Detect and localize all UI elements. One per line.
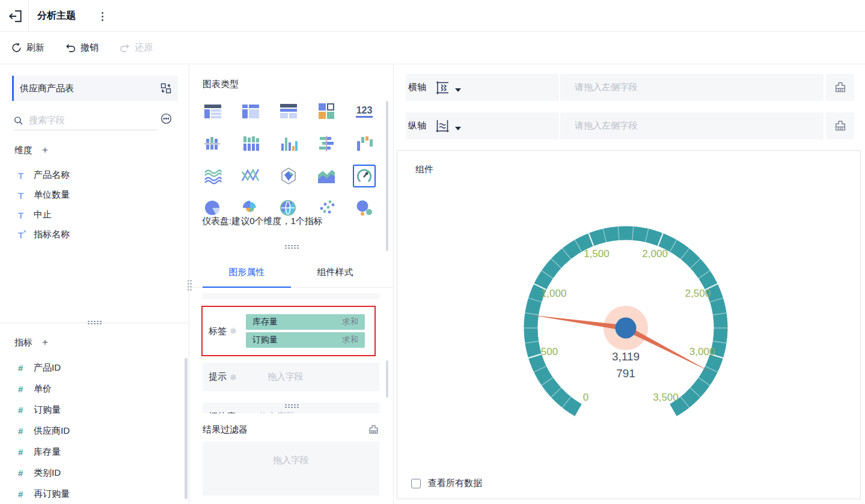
svg-text:3,119: 3,119 [612,350,640,363]
y-axis-clear-seg[interactable] [826,112,854,139]
chart-type-block-card-icon[interactable] [315,100,338,123]
back-exit-icon[interactable] [8,8,23,24]
svg-text:3,500: 3,500 [653,392,679,403]
y-axis-drop-field[interactable]: 请拖入左侧字段 [560,112,824,139]
switch-table-icon[interactable] [160,82,172,94]
y-axis-dropdown-caret[interactable] [455,127,461,130]
properties-scrollbar[interactable] [386,360,388,398]
field-options-icon[interactable] [160,112,173,125]
y-axis-row: 纵轴 请拖入左侧字段 [406,112,854,139]
x-axis-type-icon [435,80,450,96]
x-axis-row: 横轴 请拖入左侧字段 [406,74,854,101]
label-property: 标签 [203,326,246,337]
text-field-icon: T [18,170,34,181]
chart-type-column-icon[interactable] [277,132,300,155]
dimension-field-item[interactable]: T* 指标名称 [0,225,189,244]
splitter-drag-handle[interactable] [87,320,102,325]
chart-type-bidirectional-bar-icon[interactable] [315,132,338,155]
component-label: 组件 [415,164,433,175]
chart-type-bubble-icon[interactable] [353,197,376,220]
result-filter-header: 结果过滤器 [203,424,379,436]
metrics-header: 指标 + [14,336,48,348]
config-tabbar: 图形属性 组件样式 [189,257,393,288]
metric-field-item[interactable]: # 订购量 [0,399,189,421]
chart-type-range-column-icon[interactable] [353,132,376,155]
field-pill[interactable]: 库存量 求和 [246,314,365,330]
svg-text:0: 0 [583,392,588,403]
x-axis-dropdown-caret[interactable] [455,88,461,92]
properties-scroll-area: 标签 库存量 求和 订购量 [189,293,393,413]
metric-field-item[interactable]: # 单价 [0,378,189,399]
clear-brush-icon [834,81,847,94]
dimension-field-item[interactable]: T 中止 [0,205,189,225]
y-axis-label: 纵轴 [408,120,426,132]
numeric-field-icon: # [18,489,34,499]
chart-type-detail-table-icon[interactable] [277,100,300,123]
dimensions-header: 维度 + [14,144,48,156]
numeric-field-icon: # [18,384,34,394]
field-pill[interactable]: 订购量 求和 [246,332,365,348]
add-metric-button[interactable]: + [42,336,48,348]
text-field-icon: T [18,210,34,220]
metric-field-item[interactable]: # 再订购量 [0,484,189,504]
text-field-icon: T* [18,229,34,240]
clear-filter-brush-icon[interactable] [368,424,379,436]
chart-type-area-icon[interactable] [315,165,338,187]
component-card[interactable]: 组件 05001,0001,5002,0002,5003,0003,5003,1… [397,150,861,499]
table-selector[interactable]: 供应商产品表 [12,76,178,101]
x-axis-label-seg: 横轴 [406,74,559,101]
chart-type-stacked-column-icon[interactable] [239,132,262,155]
dimension-field-item[interactable]: T 单位数量 [0,185,189,205]
svg-text:1,500: 1,500 [584,248,610,260]
tab-graphic-properties[interactable]: 图形属性 [203,257,291,287]
active-table-indicator [12,76,14,101]
metric-field-item[interactable]: # 产品ID [0,357,189,378]
x-axis-drop-field[interactable]: 请拖入左侧字段 [560,74,824,101]
numeric-field-icon: # [18,363,34,373]
chart-type-stream-icon[interactable] [201,165,224,187]
undo-button[interactable]: 撤销 [65,42,99,53]
chart-type-hexagon-3d-icon[interactable] [277,165,300,187]
chart-type-line-icon[interactable] [239,165,262,187]
field-panel: 供应商产品表 搜索字段 维度 + [0,64,189,504]
more-menu-icon[interactable] [96,8,108,24]
numeric-field-icon: # [18,468,34,478]
add-dimension-button[interactable]: + [42,144,48,156]
metric-field-item[interactable]: # 类别ID [0,463,189,484]
view-all-checkbox[interactable] [411,479,421,488]
redo-button[interactable]: 还原 [119,42,153,53]
dimensions-title: 维度 [14,145,32,156]
gear-icon[interactable] [229,327,237,335]
chart-type-hint: 仪表盘:建议0个维度，1个指标 [202,216,323,227]
tooltip-property-row[interactable]: 提示 拖入字段 [203,363,379,391]
chart-type-kpi-card-icon[interactable]: 123 [353,100,376,123]
chart-type-grid: 123 [201,100,376,220]
chart-grid-scrollbar[interactable] [386,101,388,251]
panel-resize-handle[interactable] [187,279,192,291]
chart-type-title: 图表类型 [203,79,239,90]
numeric-field-icon: # [18,447,34,457]
svg-text:3,000: 3,000 [689,346,715,357]
view-all-data-toggle[interactable]: 查看所有数据 [411,478,482,489]
gear-icon[interactable] [229,373,237,381]
metric-field-item[interactable]: # 供应商ID [0,421,189,442]
chart-type-gauge-icon[interactable] [353,165,376,187]
result-filter-drop-area[interactable]: 拖入字段 [203,442,379,496]
search-input[interactable]: 搜索字段 [13,111,157,130]
undo-label: 撤销 [81,42,99,53]
canvas-panel: 横轴 请拖入左侧字段 纵轴 [394,64,865,504]
main-content: 供应商产品表 搜索字段 维度 + [0,64,865,504]
chart-type-grouped-table-icon[interactable] [201,100,224,123]
refresh-button[interactable]: 刷新 [11,42,44,53]
chart-type-grouped-column-icon[interactable] [201,132,224,155]
gauge-chart: 05001,0001,5002,0002,5003,0003,5003,1197… [506,225,746,432]
tab-component-style[interactable]: 组件样式 [291,257,379,287]
page-title: 分析主题 [37,10,76,22]
chart-type-cross-table-icon[interactable] [239,100,262,123]
dimension-field-item[interactable]: T 产品名称 [0,165,189,185]
x-axis-clear-seg[interactable] [826,74,854,101]
chart-grid-drag-handle[interactable] [284,244,299,249]
metric-field-item[interactable]: # 库存量 [0,442,189,463]
left-scrollbar[interactable] [185,358,188,499]
properties-drag-handle[interactable] [284,404,299,408]
